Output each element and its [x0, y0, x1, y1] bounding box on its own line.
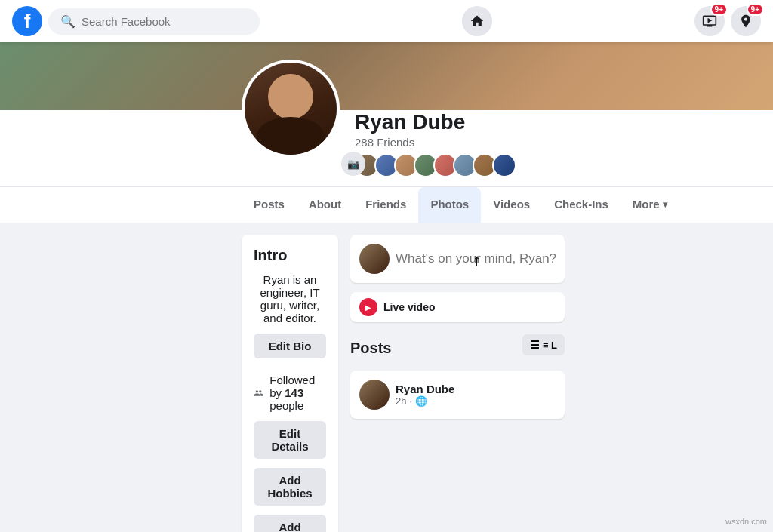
- avatar-face: [245, 63, 337, 155]
- live-video-label: Live video: [383, 301, 435, 313]
- tab-checkins[interactable]: Check-Ins: [542, 187, 621, 223]
- profile-nav: Posts About Friends Photos Videos Check-…: [0, 186, 773, 223]
- search-bar[interactable]: 🔍: [48, 8, 260, 35]
- profile-avatar: [242, 60, 340, 158]
- main-content: Intro Ryan is an engineer, IT guru, writ…: [0, 223, 773, 532]
- tab-posts[interactable]: Posts: [242, 187, 297, 223]
- tab-friends[interactable]: Friends: [353, 187, 418, 223]
- watch-button[interactable]: 9+: [694, 6, 725, 36]
- watch-badge: 9+: [710, 3, 728, 16]
- profile-area: 📷 Ryan Dube 288 Friends Posts About Frie…: [0, 42, 773, 223]
- filter-icon: ☰: [530, 339, 540, 351]
- followers-row: Followed by 143 people: [254, 374, 326, 412]
- friend-avatar-8: [492, 153, 516, 177]
- tab-about[interactable]: About: [297, 187, 353, 223]
- profile-name: Ryan Dube: [355, 110, 512, 134]
- user-avatar-small: [359, 244, 390, 274]
- profile-info-row: 📷 Ryan Dube 288 Friends: [0, 110, 773, 186]
- followers-text: Followed by 143 people: [269, 374, 326, 412]
- post-author-name: Ryan Dube: [396, 383, 454, 395]
- home-button[interactable]: [462, 6, 492, 36]
- search-icon: 🔍: [60, 14, 75, 29]
- intro-bio: Ryan is an engineer, IT guru, writer, an…: [254, 273, 326, 324]
- right-panel: Live video Posts ☰ ≡ L Ryan Dube 2h ·: [350, 235, 565, 532]
- store-badge: 9+: [747, 3, 764, 16]
- chevron-down-icon: ▾: [663, 199, 667, 210]
- friends-count: 288 Friends: [355, 136, 512, 149]
- whats-on-card: [350, 235, 565, 283]
- change-photo-button[interactable]: 📷: [341, 152, 365, 176]
- camera-icon: 📷: [347, 158, 360, 170]
- posts-header-row: Posts ☰ ≡ L: [350, 331, 565, 361]
- header: f 🔍 9+ 9+: [0, 0, 773, 42]
- facebook-logo: f: [12, 6, 42, 36]
- cover-photo: [0, 42, 773, 110]
- posts-title: Posts: [350, 334, 391, 360]
- tab-more[interactable]: More ▾: [621, 187, 679, 223]
- filter-button[interactable]: ☰ ≡ L: [522, 334, 565, 355]
- tab-photos[interactable]: Photos: [418, 187, 481, 223]
- edit-details-button[interactable]: Edit Details: [254, 421, 326, 459]
- logo-letter: f: [24, 10, 31, 33]
- search-input[interactable]: [82, 15, 248, 28]
- name-friends-section: Ryan Dube 288 Friends: [355, 110, 512, 177]
- post-time: 2h · 🌐: [396, 395, 454, 407]
- add-hobbies-button[interactable]: Add Hobbies: [254, 468, 326, 506]
- followers-icon: [254, 383, 263, 404]
- post-user-row: Ryan Dube 2h · 🌐: [359, 380, 556, 410]
- followers-count: 143: [285, 386, 303, 399]
- post-avatar: [359, 380, 390, 410]
- store-button[interactable]: 9+: [731, 6, 761, 36]
- friend-avatars: [355, 153, 512, 177]
- add-featured-button[interactable]: Add Featured: [254, 515, 326, 532]
- live-icon: [359, 298, 377, 316]
- whats-on-input[interactable]: [396, 251, 556, 266]
- filter-row: ☰ ≡ L: [522, 331, 565, 361]
- home-icon: [470, 14, 485, 29]
- filter-label: ≡ L: [543, 340, 557, 351]
- edit-bio-button[interactable]: Edit Bio: [254, 334, 326, 358]
- watermark: wsxdn.com: [725, 517, 767, 526]
- tab-videos[interactable]: Videos: [481, 187, 542, 223]
- post-meta: Ryan Dube 2h · 🌐: [396, 383, 454, 407]
- more-label: More: [633, 198, 660, 211]
- header-right-icons: 9+ 9+: [694, 6, 761, 36]
- store-icon: [738, 14, 753, 29]
- live-video-bar: Live video: [350, 292, 565, 322]
- post-visibility-icon: 🌐: [415, 395, 427, 407]
- header-center-nav: [266, 6, 688, 36]
- posts-card: Ryan Dube 2h · 🌐: [350, 371, 565, 419]
- watch-icon: [702, 14, 717, 29]
- intro-title: Intro: [254, 247, 326, 264]
- intro-card: Intro Ryan is an engineer, IT guru, writ…: [242, 235, 338, 532]
- globe-icon: ·: [410, 396, 412, 407]
